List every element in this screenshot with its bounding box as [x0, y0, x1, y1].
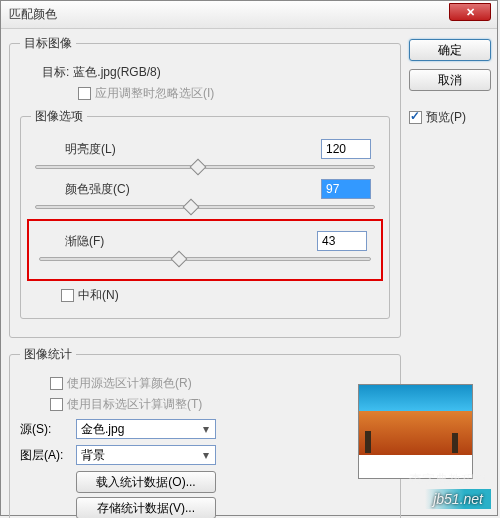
intensity-label: 颜色强度(C) — [65, 181, 130, 198]
luminance-row: 明亮度(L) — [31, 139, 379, 169]
cancel-button[interactable]: 取消 — [409, 69, 491, 91]
use-source-sel-checkbox[interactable] — [50, 377, 63, 390]
source-value: 金色.jpg — [81, 421, 124, 438]
fade-slider[interactable] — [39, 257, 371, 261]
image-stats-group: 图像统计 使用源选区计算颜色(R) 使用目标选区计算调整(T) 源(S): 金色… — [9, 346, 401, 518]
save-stats-button[interactable]: 存储统计数据(V)... — [76, 497, 216, 518]
target-label: 目标: — [42, 64, 69, 81]
neutralize-label: 中和(N) — [78, 287, 119, 304]
layer-label: 图层(A): — [20, 447, 76, 464]
ok-button[interactable]: 确定 — [409, 39, 491, 61]
dialog-title: 匹配颜色 — [5, 6, 57, 23]
target-image-group: 目标图像 目标: 蓝色.jpg(RGB/8) 应用调整时忽略选区(I) 图像选项… — [9, 35, 401, 338]
chevron-down-icon: ▾ — [199, 422, 213, 436]
luminance-slider[interactable] — [35, 165, 375, 169]
load-stats-button[interactable]: 载入统计数据(O)... — [76, 471, 216, 493]
source-label: 源(S): — [20, 421, 76, 438]
close-button[interactable]: ✕ — [449, 3, 491, 21]
image-options-legend: 图像选项 — [31, 108, 87, 125]
luminance-thumb[interactable] — [190, 159, 207, 176]
intensity-input[interactable] — [321, 179, 371, 199]
source-thumbnail — [358, 384, 473, 479]
target-value: 蓝色.jpg(RGB/8) — [73, 64, 160, 81]
titlebar: 匹配颜色 ✕ — [1, 1, 497, 29]
source-combo[interactable]: 金色.jpg ▾ — [76, 419, 216, 439]
fade-input[interactable] — [317, 231, 367, 251]
neutralize-checkbox[interactable] — [61, 289, 74, 302]
intensity-slider[interactable] — [35, 205, 375, 209]
preview-label: 预览(P) — [426, 109, 466, 126]
fade-thumb[interactable] — [170, 251, 187, 268]
luminance-input[interactable] — [321, 139, 371, 159]
match-color-dialog: 匹配颜色 ✕ 目标图像 目标: 蓝色.jpg(RGB/8) 应用调整时忽略选区(… — [0, 0, 498, 516]
stats-legend: 图像统计 — [20, 346, 76, 363]
image-options-group: 图像选项 明亮度(L) 颜色强度(C) — [20, 108, 390, 319]
use-target-sel-label: 使用目标选区计算调整(T) — [67, 396, 202, 413]
intensity-row: 颜色强度(C) — [31, 179, 379, 209]
use-source-sel-label: 使用源选区计算颜色(R) — [67, 375, 192, 392]
watermark-cn: 查字典教程网 — [409, 471, 487, 489]
fade-highlight: 渐隐(F) — [27, 219, 383, 281]
fade-row: 渐隐(F) — [35, 231, 375, 261]
luminance-label: 明亮度(L) — [65, 141, 116, 158]
ignore-selection-label: 应用调整时忽略选区(I) — [95, 85, 214, 102]
use-target-sel-checkbox[interactable] — [50, 398, 63, 411]
ignore-selection-checkbox[interactable] — [78, 87, 91, 100]
preview-checkbox[interactable] — [409, 111, 422, 124]
chevron-down-icon: ▾ — [199, 448, 213, 462]
fade-label: 渐隐(F) — [65, 233, 104, 250]
layer-value: 背景 — [81, 447, 105, 464]
watermark-site: jb51.net — [425, 489, 491, 509]
intensity-thumb[interactable] — [183, 199, 200, 216]
layer-combo[interactable]: 背景 ▾ — [76, 445, 216, 465]
target-legend: 目标图像 — [20, 35, 76, 52]
